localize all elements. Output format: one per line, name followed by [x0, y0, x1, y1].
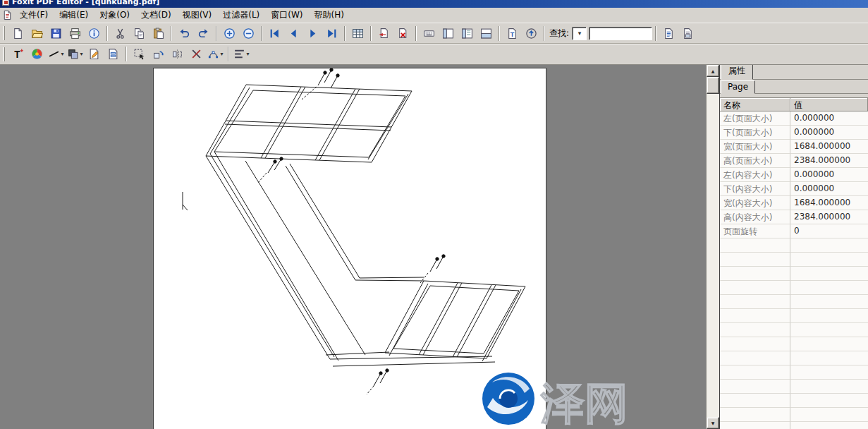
- property-name: 下(内容大小): [720, 182, 790, 196]
- toolbar-objects-items: T▾▾▾▾: [8, 45, 251, 63]
- svg-text:T: T: [14, 49, 20, 60]
- doc-summary-button[interactable]: [659, 25, 678, 42]
- menu-item-file[interactable]: 文件(F): [14, 8, 54, 23]
- property-name: 左(内容大小): [720, 168, 790, 182]
- column-header-value[interactable]: 值: [790, 98, 868, 111]
- zoom-out-button[interactable]: [239, 25, 258, 42]
- select-object-button[interactable]: [130, 45, 149, 63]
- property-row[interactable]: 下(页面大小)0.000000: [720, 126, 868, 140]
- cut-button[interactable]: [111, 25, 130, 42]
- redo-button[interactable]: [194, 25, 213, 42]
- property-row[interactable]: 宽(内容大小)1684.000000: [720, 196, 868, 210]
- menu-item-object[interactable]: 对象(O): [94, 8, 135, 23]
- fill-tool-button[interactable]: ▾: [66, 45, 85, 63]
- scrollbar-track[interactable]: [707, 94, 719, 417]
- properties-tab[interactable]: 属性: [721, 65, 753, 80]
- node-tool-button[interactable]: ▾: [206, 45, 225, 63]
- scroll-up-button[interactable]: ▲: [707, 65, 719, 77]
- page-layout-wide-button[interactable]: [477, 25, 496, 42]
- menu-item-window[interactable]: 窗口(W): [265, 8, 308, 23]
- property-value[interactable]: 2384.000000: [790, 154, 868, 168]
- color-wheel-button[interactable]: [27, 45, 47, 63]
- property-row-empty: [720, 380, 868, 394]
- page-grid-button[interactable]: [348, 25, 367, 42]
- dropdown-arrow-icon: ▾: [61, 51, 63, 57]
- delete-page-button[interactable]: [393, 25, 412, 42]
- last-page-button[interactable]: [322, 25, 341, 42]
- keyboard-button[interactable]: [420, 25, 439, 42]
- menu-item-edit[interactable]: 编辑(E): [54, 8, 94, 23]
- column-header-name[interactable]: 名称: [720, 98, 790, 111]
- transform-flip-button[interactable]: [168, 45, 187, 63]
- print-icon: [69, 28, 81, 40]
- paste-button[interactable]: [149, 25, 168, 42]
- property-name: 下(页面大小): [720, 126, 790, 140]
- property-row-empty: [720, 337, 868, 351]
- vertical-scrollbar[interactable]: ▲ ▼: [706, 65, 719, 429]
- transform-rotate-button[interactable]: [149, 45, 168, 63]
- menu-item-view[interactable]: 视图(V): [177, 8, 218, 23]
- page-layout-left-button[interactable]: [439, 25, 458, 42]
- property-row[interactable]: 高(内容大小)2384.000000: [720, 210, 868, 224]
- open-file-button[interactable]: [27, 25, 47, 42]
- document-info-button[interactable]: [85, 25, 104, 42]
- toolbar-grip[interactable]: [3, 26, 5, 40]
- next-page-button[interactable]: [303, 25, 322, 42]
- property-row-empty: [720, 408, 868, 422]
- document-window-icon[interactable]: [2, 10, 13, 20]
- pdf-page[interactable]: [153, 68, 546, 429]
- page-tab[interactable]: Page: [721, 80, 755, 94]
- scrollbar-thumb[interactable]: [707, 77, 719, 94]
- property-row[interactable]: 左(页面大小)0.000000: [720, 111, 868, 126]
- align-tool-button[interactable]: ▾: [232, 45, 251, 63]
- toolbar-grip[interactable]: [3, 47, 5, 61]
- document-canvas[interactable]: 泽网: [0, 65, 706, 429]
- page-layout-split-button[interactable]: [458, 25, 477, 42]
- property-value[interactable]: 0.000000: [790, 126, 868, 140]
- property-value[interactable]: 0.000000: [790, 111, 868, 126]
- menu-item-document[interactable]: 文档(D): [135, 8, 177, 23]
- text-extract-button[interactable]: T: [503, 25, 522, 42]
- property-value[interactable]: 1684.000000: [790, 140, 868, 154]
- toolbar-separator: [106, 26, 108, 41]
- previous-page-button[interactable]: [284, 25, 303, 42]
- edit-page-button[interactable]: [85, 45, 104, 63]
- print-button[interactable]: [66, 25, 85, 42]
- line-tool-button[interactable]: ▾: [47, 45, 66, 63]
- new-document-button[interactable]: [8, 25, 27, 42]
- menu-item-help[interactable]: 帮助(H): [309, 8, 350, 23]
- text-extract-icon: T: [506, 28, 518, 40]
- property-row[interactable]: 高(页面大小)2384.000000: [720, 154, 868, 168]
- property-row[interactable]: 下(内容大小)0.000000: [720, 182, 868, 196]
- toolbar-separator: [499, 26, 500, 41]
- property-row[interactable]: 左(内容大小)0.000000: [720, 168, 868, 182]
- last-page-icon: [326, 28, 338, 40]
- property-value[interactable]: 1684.000000: [790, 196, 868, 210]
- undo-icon: [178, 28, 190, 40]
- app-icon: [2, 0, 9, 6]
- property-value[interactable]: 2384.000000: [790, 210, 868, 224]
- copy-button[interactable]: [130, 25, 149, 42]
- find-history-dropdown[interactable]: ▾: [572, 27, 587, 40]
- property-row[interactable]: 宽(页面大小)1684.000000: [720, 140, 868, 154]
- edit-form-button[interactable]: [104, 45, 123, 63]
- property-value[interactable]: 0: [790, 224, 868, 238]
- tool-cross-button[interactable]: [187, 45, 206, 63]
- menu-item-filter[interactable]: 过滤器(L): [217, 8, 265, 23]
- text-tool-button[interactable]: T: [8, 45, 27, 63]
- property-value[interactable]: 0.000000: [790, 182, 868, 196]
- undo-button[interactable]: [175, 25, 194, 42]
- import-page-button[interactable]: [374, 25, 393, 42]
- find-input[interactable]: [589, 27, 652, 40]
- zoom-in-button[interactable]: [220, 25, 239, 42]
- property-row-empty: [720, 394, 868, 408]
- scroll-down-button[interactable]: ▼: [707, 417, 719, 429]
- property-value[interactable]: 0.000000: [790, 168, 868, 182]
- first-page-button[interactable]: [265, 25, 284, 42]
- doc-export-button[interactable]: [678, 25, 697, 42]
- save-file-button[interactable]: [47, 25, 66, 42]
- upload-circle-button[interactable]: [522, 25, 541, 42]
- toolbar-main-items: T查找:▾: [8, 25, 697, 42]
- save-file-icon: [50, 28, 62, 40]
- property-row[interactable]: 页面旋转0: [720, 224, 868, 238]
